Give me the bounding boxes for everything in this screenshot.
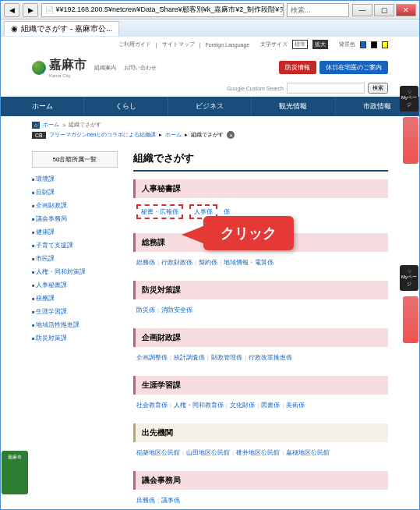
sidebar-title: 50音順所属一覧 <box>32 151 118 168</box>
address-bar[interactable]: 📄 ¥¥192.168.200.5¥netcrew¥Data_Share¥顧客別… <box>41 3 284 17</box>
dept-link[interactable]: 図書係 <box>261 402 280 409</box>
dept-link[interactable]: 社会教育係 <box>136 402 168 409</box>
sub-home[interactable]: ホーム <box>165 131 182 139</box>
dept-link[interactable]: 人事係 <box>194 208 213 215</box>
breadcrumb: ⌂ ホーム > 組織でさがす <box>32 121 388 129</box>
dept-link[interactable]: 契約係 <box>199 259 217 266</box>
bg-blue[interactable] <box>360 41 366 48</box>
dept-link[interactable]: 統計調査係 <box>174 354 205 361</box>
utility-bar: ご利用ガイド| サイトマップ| Foreign Language 文字サイズ 標… <box>1 37 419 52</box>
max-button[interactable]: ▢ <box>374 4 394 16</box>
dept-link[interactable]: 防災係 <box>136 306 155 313</box>
dept-link[interactable]: 文化財係 <box>230 402 255 409</box>
main-nav: ホーム くらし ビジネス 観光情報 市政情報 <box>1 97 419 116</box>
bg-yellow[interactable] <box>382 41 388 48</box>
cta-bousai[interactable]: 防災情報 <box>279 61 316 74</box>
sidebar-item[interactable]: 市民課 <box>32 252 118 265</box>
section-header: 出先機関 <box>133 423 388 442</box>
bc-home[interactable]: ホーム <box>43 121 59 129</box>
site-search-button[interactable]: 検索 <box>368 83 388 94</box>
dept-link[interactable]: 消防安全係 <box>161 306 192 313</box>
section-header: 企画財政課 <box>133 328 388 347</box>
favicon: ◉ <box>11 24 18 33</box>
dept-link[interactable]: 庶務係 <box>136 497 155 504</box>
back-button[interactable]: ◀ <box>4 3 19 17</box>
dept-link[interactable]: 議事係 <box>161 497 180 504</box>
home-icon[interactable]: ⌂ <box>32 122 40 129</box>
bg-black[interactable] <box>371 41 377 48</box>
forward-button[interactable]: ▶ <box>23 3 38 17</box>
dept-link[interactable]: 行政財政係 <box>161 259 192 266</box>
section-header: 議会事務局 <box>133 471 388 490</box>
logo-icon <box>32 61 46 75</box>
sidebar-list: 環境課目財課企画財政課議会事務局健康課子育て支援課市民課人権・同和対策課人事秘書… <box>32 172 118 345</box>
sidebar-item[interactable]: 税務課 <box>32 292 118 305</box>
fontsize-std[interactable]: 標準 <box>292 40 308 49</box>
kama-badge[interactable]: 嘉麻市 <box>2 451 28 494</box>
sidebar-item[interactable]: 環境課 <box>32 172 118 186</box>
util-guide[interactable]: ご利用ガイド <box>118 41 151 48</box>
browser-tab[interactable]: ◉ 組織でさがす - 嘉麻市公... <box>4 21 119 36</box>
dept-link[interactable]: 地域情報・電算係 <box>224 259 274 266</box>
sidebar-item[interactable]: 人事秘書課 <box>32 278 118 292</box>
sidebar-item[interactable]: 地域活性推進課 <box>32 318 118 331</box>
sidebar-item[interactable]: 人権・同和対策課 <box>32 265 118 278</box>
dept-link[interactable]: 行政改革推進係 <box>249 354 292 361</box>
dept-link[interactable]: 人権・同和教育係 <box>174 402 224 409</box>
mypage-widget-2[interactable]: ♡Myページ <box>400 265 418 291</box>
close-button[interactable]: ✕ <box>396 4 416 16</box>
util-lang[interactable]: Foreign Language <box>205 42 249 48</box>
sidebar-item[interactable]: 企画財政課 <box>32 199 118 212</box>
section-header: 人事秘書課 <box>133 179 388 198</box>
browser-search[interactable] <box>287 3 349 17</box>
fontsize-lg[interactable]: 拡大 <box>312 40 328 49</box>
section-header: 防災対策課 <box>133 281 388 299</box>
section-header: 総務課 <box>133 233 388 252</box>
dept-link[interactable]: 碓井地区公民館 <box>236 449 280 456</box>
util-sitemap[interactable]: サイトマップ <box>162 41 195 48</box>
dept-link[interactable]: 秘書・広報係 <box>141 208 178 215</box>
contact-link[interactable]: お問い合わせ <box>124 64 157 72</box>
cb-badge: CB <box>32 132 46 139</box>
nav-home[interactable]: ホーム <box>1 97 84 116</box>
mypage-widget[interactable]: ♡Myページ <box>400 86 418 112</box>
sidebar-item[interactable]: 子育て支援課 <box>32 239 118 252</box>
close-icon[interactable]: ✕ <box>227 131 235 139</box>
dept-link[interactable]: 総務係 <box>136 259 155 266</box>
cta-holiday[interactable]: 休日在宅医のご案内 <box>319 61 388 74</box>
dept-link[interactable]: 山田地区公民館 <box>186 449 230 456</box>
page-title: 組織でさがす <box>133 151 388 172</box>
dept-link[interactable]: 稲築地区公民館 <box>136 449 180 456</box>
dept-link[interactable]: 財政管理係 <box>211 354 242 361</box>
site-logo[interactable]: 嘉麻市Kama City <box>32 57 86 78</box>
sidebar-item[interactable]: 健康課 <box>32 225 118 239</box>
dept-link[interactable]: 美術係 <box>286 402 305 409</box>
sidebar-item[interactable]: 防災対策課 <box>32 331 118 345</box>
bc-current: 組織でさがす <box>69 121 101 129</box>
tab-title: 組織でさがす - 嘉麻市公... <box>21 23 112 34</box>
min-button[interactable]: — <box>352 4 372 16</box>
dept-link[interactable]: 嘉穂地区公民館 <box>286 449 330 456</box>
sub-link[interactable]: フリーマガジンnenとのコラボによる結婚課 <box>49 131 157 139</box>
sidebar-item[interactable]: 生涯学習課 <box>32 305 118 318</box>
side-banner-1[interactable] <box>403 117 418 164</box>
org-link[interactable]: 組織案内 <box>94 64 116 72</box>
gsearch-label: Google Custom Search <box>227 86 284 91</box>
section-header: 生涯学習課 <box>133 376 388 395</box>
nav-life[interactable]: くらし <box>84 97 168 116</box>
side-banner-2[interactable] <box>403 296 418 343</box>
dept-link[interactable]: 係 <box>224 208 230 215</box>
dept-link[interactable]: 企画調整係 <box>136 354 168 361</box>
sidebar-item[interactable]: 議会事務局 <box>32 212 118 225</box>
nav-tour[interactable]: 観光情報 <box>252 97 335 116</box>
sidebar-item[interactable]: 目財課 <box>32 186 118 199</box>
site-search-input[interactable] <box>287 83 365 94</box>
nav-biz[interactable]: ビジネス <box>168 97 252 116</box>
